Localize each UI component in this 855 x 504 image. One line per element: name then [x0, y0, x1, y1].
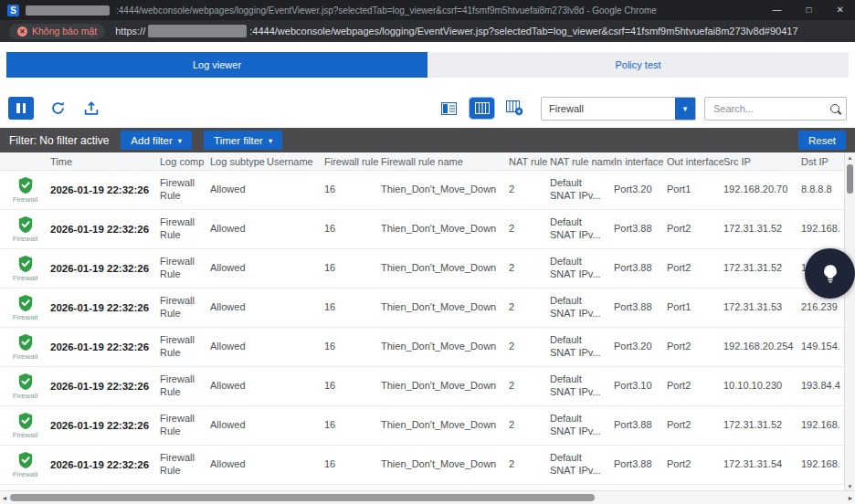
cell-dst-ip: 149.154.	[801, 341, 845, 353]
export-button[interactable]	[81, 99, 101, 119]
horizontal-scrollbar[interactable]: ◄ ►	[0, 490, 855, 504]
vertical-scroll-thumb[interactable]	[847, 164, 853, 194]
cell-firewall-rule-name: Thien_Don't_Move_Down	[381, 458, 509, 471]
help-bubble[interactable]	[805, 248, 855, 299]
add-filter-label: Add filter	[131, 135, 172, 146]
log-row[interactable]: Firewall2026-01-19 22:32:26Firewall Rule…	[0, 210, 845, 249]
cell-src-ip: 172.31.31.54	[723, 458, 801, 471]
cell-log-comp: Firewall Rule	[160, 256, 210, 281]
log-module-select[interactable]: Firewall ▾	[541, 97, 696, 121]
add-filter-button[interactable]: Add filter ▾	[121, 131, 192, 150]
cell-firewall-rule: 16	[324, 301, 381, 314]
tab-policy-test[interactable]: Policy test	[428, 52, 849, 78]
log-row[interactable]: Firewall2026-01-19 22:32:26Firewall Rule…	[0, 446, 845, 485]
export-icon	[84, 100, 99, 116]
maximize-button[interactable]: □	[807, 0, 812, 20]
firewall-shield-icon	[17, 333, 34, 352]
url-field[interactable]: https:// :4444/webconsole/webpages/loggi…	[115, 25, 797, 37]
cell-badge: Firewall	[0, 289, 50, 327]
firewall-shield-icon	[17, 215, 34, 234]
firewall-shield-icon	[17, 451, 34, 469]
column-view-button[interactable]	[470, 98, 494, 119]
refresh-icon	[50, 100, 66, 116]
not-secure-icon: ✕	[17, 26, 27, 37]
cell-badge: Firewall	[0, 328, 50, 366]
scroll-right-arrow[interactable]: ►	[846, 495, 855, 501]
firewall-shield-icon	[17, 294, 34, 312]
cell-badge: Firewall	[0, 171, 50, 209]
security-badge[interactable]: ✕ Không bảo mật	[9, 24, 105, 39]
scroll-left-arrow[interactable]: ◄	[0, 495, 9, 501]
cell-firewall-rule: 16	[324, 341, 381, 353]
cell-log-comp: Firewall Rule	[160, 295, 210, 320]
vertical-scrollbar[interactable]: ▲ ▼	[844, 152, 855, 491]
search-input[interactable]	[712, 102, 825, 115]
table-body: Firewall2026-01-19 22:32:26Firewall Rule…	[0, 171, 855, 491]
cell-nat-rule-name: Default SNAT IPv...	[550, 177, 614, 203]
cell-firewall-rule: 16	[324, 380, 381, 393]
cell-src-ip: 172.31.31.52	[723, 262, 801, 275]
column-header: Log subtype	[210, 156, 267, 167]
log-module-value: Firewall	[542, 103, 675, 114]
cell-log-subtype: Allowed	[210, 301, 267, 314]
cell-nat-rule-name: Default SNAT IPv...	[550, 373, 614, 399]
cell-log-subtype: Allowed	[210, 458, 267, 471]
badge-label: Firewall	[13, 392, 38, 401]
cell-badge: Firewall	[0, 367, 50, 405]
badge-label: Firewall	[13, 235, 38, 244]
cell-nat-rule-name: Default SNAT IPv...	[550, 334, 614, 360]
column-header: Firewall rule	[324, 156, 381, 167]
log-row[interactable]: Firewall2026-01-19 22:32:26Firewall Rule…	[0, 328, 845, 367]
detail-view-button[interactable]	[437, 98, 461, 119]
cell-src-ip: 192.168.20.70	[723, 184, 801, 196]
cell-in-interface: Port3.88	[614, 458, 667, 471]
cell-nat-rule-name: Default SNAT IPv...	[550, 413, 614, 438]
badge-label: Firewall	[13, 195, 38, 205]
cell-badge: Firewall	[0, 249, 50, 288]
cell-out-interface: Port1	[667, 184, 723, 196]
cell-nat-rule: 2	[509, 262, 550, 275]
tab-log-viewer[interactable]: Log viewer	[6, 52, 428, 78]
pause-button[interactable]	[8, 97, 34, 120]
cell-nat-rule: 2	[509, 341, 550, 353]
browser-favicon: S	[7, 5, 19, 16]
column-header: Firewall rule name	[381, 156, 509, 167]
url-scheme: https://	[115, 26, 145, 37]
cell-nat-rule: 2	[509, 223, 550, 236]
cell-time: 2026-01-19 22:32:26	[50, 184, 160, 196]
cell-nat-rule: 2	[509, 458, 550, 471]
cell-time: 2026-01-19 22:32:26	[50, 380, 160, 393]
cell-dst-ip: 192.168.	[801, 458, 845, 471]
log-row[interactable]: Firewall2026-01-19 22:32:26Firewall Rule…	[0, 406, 845, 446]
cell-out-interface: Port2	[667, 223, 723, 236]
timer-filter-button[interactable]: Timer filter ▾	[204, 131, 282, 150]
column-header: Src IP	[723, 156, 801, 167]
url-path: :4444/webconsole/webpages/logging/EventV…	[249, 26, 797, 37]
cell-time: 2026-01-19 22:32:26	[50, 458, 160, 471]
horizontal-scroll-thumb[interactable]	[10, 494, 595, 501]
window-title: :4444/webconsole/webpages/logging/EventV…	[116, 5, 657, 16]
cell-firewall-rule-name: Thien_Don't_Move_Down	[381, 184, 509, 196]
cell-time: 2026-01-19 22:32:26	[50, 341, 160, 353]
log-row[interactable]: Firewall2026-01-19 22:32:26Firewall Rule…	[0, 249, 845, 289]
minimize-button[interactable]: —	[773, 0, 782, 20]
cell-badge: Firewall	[0, 210, 50, 248]
cell-src-ip: 172.31.31.52	[723, 223, 801, 236]
cell-time: 2026-01-19 22:32:26	[50, 301, 160, 314]
log-row[interactable]: Firewall2026-01-19 22:32:26Firewall Rule…	[0, 171, 845, 210]
refresh-button[interactable]	[48, 99, 68, 119]
cell-firewall-rule: 16	[324, 458, 381, 471]
cell-in-interface: Port3.20	[614, 341, 667, 353]
add-column-view-button[interactable]	[502, 98, 527, 119]
column-header: Time	[50, 156, 160, 167]
reset-button[interactable]: Reset	[798, 131, 846, 150]
scroll-up-arrow[interactable]: ▲	[847, 152, 852, 163]
log-row[interactable]: Firewall2026-01-19 22:32:26Firewall Rule…	[0, 289, 845, 328]
close-button[interactable]: ✕	[837, 0, 844, 20]
window-titlebar: S :4444/webconsole/webpages/logging/Even…	[0, 0, 855, 20]
cell-dst-ip: 192.168.	[801, 419, 845, 432]
log-row[interactable]: Firewall2026-01-19 22:32:26Firewall Rule…	[0, 367, 845, 406]
cell-log-subtype: Allowed	[210, 184, 267, 196]
cell-out-interface: Port2	[667, 419, 723, 432]
search-icon[interactable]	[830, 104, 839, 113]
